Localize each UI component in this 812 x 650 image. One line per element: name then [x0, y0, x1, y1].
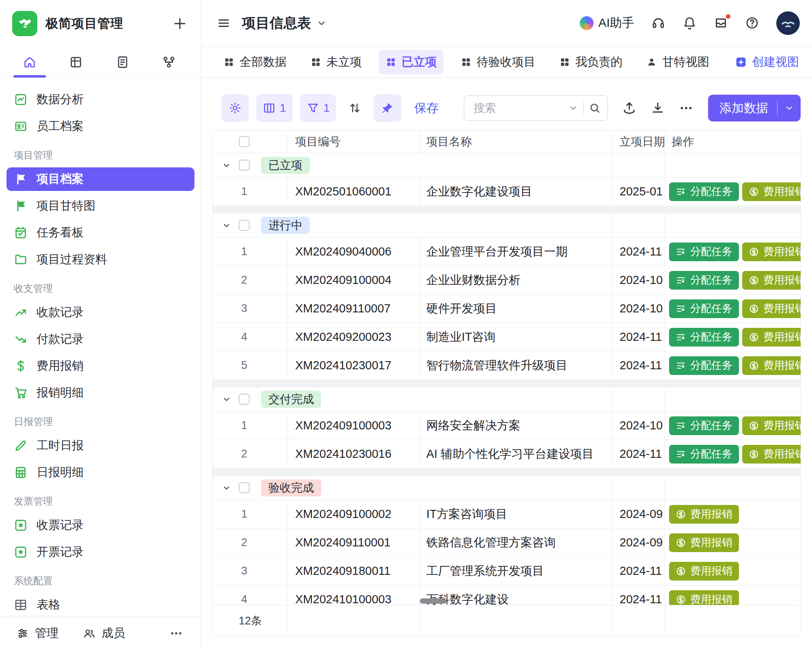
view-tab[interactable]: 我负责的	[553, 50, 629, 74]
view-tab[interactable]: 甘特视图	[639, 50, 716, 74]
sidebar-tab-home[interactable]	[21, 54, 38, 71]
search-input[interactable]	[473, 102, 564, 115]
title-chevron-down-icon[interactable]	[316, 17, 327, 29]
assign-task-button[interactable]: 分配任务	[669, 445, 739, 464]
table-row[interactable]: 1 XM202409040006 企业管理平台开发项目一期 2024-11 分配…	[213, 238, 801, 266]
members-button[interactable]: 成员	[83, 625, 125, 641]
sidebar-item[interactable]: 数据分析	[6, 88, 194, 111]
group-checkbox[interactable]	[239, 482, 250, 493]
toolbar-more-icon[interactable]	[679, 101, 693, 115]
sidebar-item[interactable]: 费用报销	[6, 354, 194, 378]
filter-button[interactable]: 1	[300, 94, 337, 122]
expense-button[interactable]: 费用报销	[742, 356, 801, 375]
collapse-chevron-icon[interactable]	[222, 394, 231, 404]
assign-task-button[interactable]: 分配任务	[669, 328, 739, 347]
view-tab[interactable]: 全部数据	[217, 50, 293, 74]
table-row[interactable]: 4 XM202410100003 万科数字化建设 2024-11 费用报销	[213, 585, 801, 605]
view-tab-label: 甘特视图	[662, 54, 709, 70]
collapse-chevron-icon[interactable]	[222, 483, 231, 493]
add-workspace-icon[interactable]	[173, 16, 187, 31]
add-data-button[interactable]: 添加数据	[708, 95, 801, 121]
sidebar-item[interactable]: 开票记录	[6, 540, 194, 564]
assign-task-button[interactable]: 分配任务	[669, 299, 739, 318]
group-checkbox[interactable]	[239, 220, 250, 231]
inbox-icon[interactable]	[714, 16, 728, 30]
sidebar-item[interactable]: 收票记录	[6, 514, 194, 537]
manage-button[interactable]: 管理	[16, 625, 58, 641]
search-box[interactable]	[464, 95, 608, 121]
select-all-checkbox[interactable]	[239, 136, 250, 147]
sidebar-item[interactable]: 项目过程资料	[6, 248, 194, 271]
expense-button[interactable]: 费用报销	[742, 416, 801, 435]
collapse-chevron-icon[interactable]	[222, 160, 231, 170]
table-row[interactable]: 1 XM202501060001 企业数字化建设项目 2025-01 分配任务费…	[213, 178, 801, 206]
assign-task-button[interactable]: 分配任务	[669, 416, 739, 435]
column-header-actions[interactable]: 操作	[665, 130, 801, 153]
sidebar-item[interactable]: 工时日报	[6, 434, 194, 457]
sort-button[interactable]	[343, 94, 366, 122]
view-tab[interactable]: 已立项	[379, 50, 443, 74]
sidebar-item[interactable]: 任务看板	[6, 221, 194, 245]
table-row[interactable]: 1 XM202409100003 网络安全解决方案 2024-10 分配任务费用…	[213, 412, 801, 440]
expense-button[interactable]: 费用报销	[742, 243, 801, 261]
save-button[interactable]: 保存	[414, 100, 438, 117]
assign-task-button[interactable]: 分配任务	[669, 182, 739, 201]
sidebar-item[interactable]: 收款记录	[6, 301, 194, 324]
fields-config-button[interactable]: 1	[256, 94, 293, 122]
settings-button[interactable]	[221, 94, 249, 122]
search-chevron-down-icon[interactable]	[568, 103, 578, 113]
ai-assistant-button[interactable]: AI助手	[580, 15, 634, 31]
expense-button[interactable]: 费用报销	[669, 590, 739, 605]
add-chevron-down-icon[interactable]	[784, 103, 794, 113]
sidebar-item[interactable]: 项目档案	[6, 167, 194, 191]
table-row[interactable]: 1 XM202409100002 IT方案咨询项目 2024-09 费用报销	[213, 500, 801, 529]
sidebar-item[interactable]: 表格	[6, 593, 194, 616]
upload-icon[interactable]	[622, 101, 637, 115]
expense-button[interactable]: 费用报销	[742, 299, 801, 318]
table-row[interactable]: 2 XM202409110001 铁路信息化管理方案咨询 2024-09 费用报…	[213, 529, 801, 557]
expense-button[interactable]: 费用报销	[742, 182, 801, 201]
sidebar-tab-flow[interactable]	[160, 54, 177, 71]
table-row[interactable]: 4 XM202409200023 制造业IT咨询 2024-11 分配任务费用报…	[213, 323, 801, 351]
expense-button[interactable]: 费用报销	[669, 562, 739, 581]
sidebar-item[interactable]: 日报明细	[6, 461, 194, 484]
expense-button[interactable]: 费用报销	[669, 533, 739, 552]
expense-button[interactable]: 费用报销	[669, 505, 739, 524]
column-header-code[interactable]: 项目编号	[288, 130, 420, 153]
headset-icon[interactable]	[651, 16, 665, 30]
column-header-date[interactable]: 立项日期	[613, 130, 665, 153]
column-header-name[interactable]: 项目名称	[420, 130, 613, 153]
assign-task-button[interactable]: 分配任务	[669, 271, 739, 290]
view-tab[interactable]: 未立项	[304, 50, 368, 74]
user-avatar[interactable]	[776, 11, 800, 35]
sidebar-item[interactable]: 员工档案	[6, 115, 194, 138]
expense-button[interactable]: 费用报销	[742, 328, 801, 347]
search-icon[interactable]	[589, 102, 601, 114]
download-icon[interactable]	[650, 101, 665, 115]
expense-button[interactable]: 费用报销	[742, 445, 801, 464]
sidebar-tab-doc[interactable]	[114, 54, 131, 71]
table-row[interactable]: 3 XM202409180011 工厂管理系统开发项目 2024-11 费用报销	[213, 557, 801, 585]
sidebar-item[interactable]: 报销明细	[6, 381, 194, 405]
table-row[interactable]: 2 XM202410230016 AI 辅助个性化学习平台建设项目 2024-1…	[213, 440, 801, 468]
group-checkbox[interactable]	[239, 160, 250, 171]
sidebar-tab-grid[interactable]	[67, 54, 84, 71]
horizontal-scrollbar-thumb[interactable]	[420, 598, 447, 604]
bell-icon[interactable]	[682, 16, 697, 30]
assign-task-button[interactable]: 分配任务	[669, 356, 739, 375]
hamburger-menu-icon[interactable]	[217, 16, 231, 30]
sidebar-item[interactable]: 付款记录	[6, 327, 194, 351]
collapse-chevron-icon[interactable]	[222, 221, 231, 230]
help-icon[interactable]	[745, 16, 759, 30]
assign-task-button[interactable]: 分配任务	[669, 243, 739, 261]
table-row[interactable]: 5 XM202410230017 智行物流管理软件升级项目 2024-11 分配…	[213, 351, 801, 380]
table-row[interactable]: 2 XM202409100004 企业业财数据分析 2024-10 分配任务费用…	[213, 266, 801, 295]
more-icon[interactable]	[169, 626, 183, 640]
pin-button[interactable]	[374, 94, 401, 122]
expense-button[interactable]: 费用报销	[742, 271, 801, 290]
view-tab[interactable]: 待验收项目	[454, 50, 542, 74]
group-checkbox[interactable]	[239, 394, 250, 405]
table-row[interactable]: 3 XM202409110007 硬件开发项目 2024-10 分配任务费用报销	[213, 295, 801, 323]
sidebar-item[interactable]: 项目甘特图	[6, 194, 194, 218]
create-view-button[interactable]: 创建视图	[735, 54, 799, 70]
